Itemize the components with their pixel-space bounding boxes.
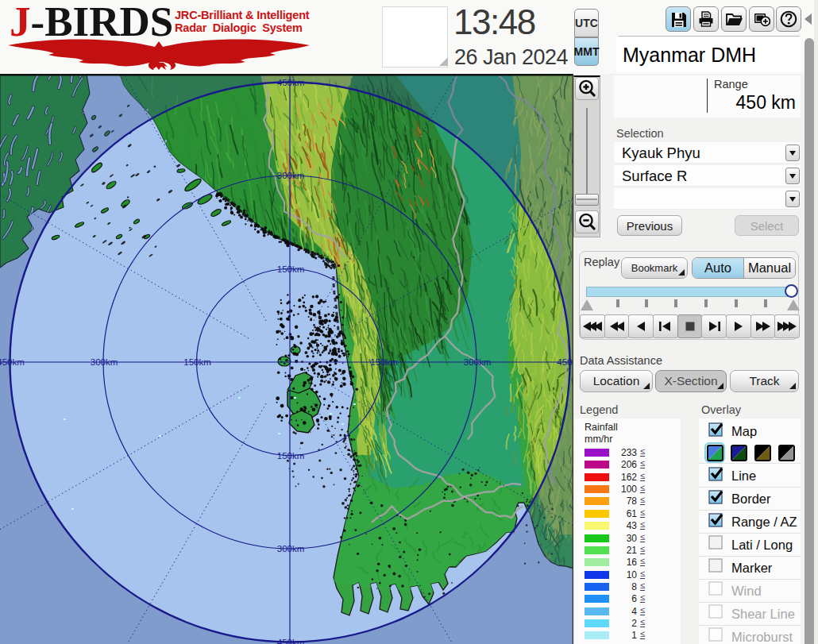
svg-text:300km: 300km	[91, 357, 118, 367]
svg-text:150km: 150km	[370, 357, 398, 367]
svg-text:300km: 300km	[277, 171, 305, 180]
svg-text:150km: 150km	[277, 451, 305, 461]
svg-text:450km: 450km	[557, 357, 573, 367]
svg-text:450km: 450km	[277, 78, 305, 87]
svg-text:150km: 150km	[183, 357, 211, 367]
svg-text:150km: 150km	[277, 264, 305, 274]
svg-text:450km: 450km	[277, 638, 305, 644]
svg-text:300km: 300km	[277, 544, 305, 553]
svg-text:450km: 450km	[0, 357, 25, 367]
svg-text:300km: 300km	[464, 357, 492, 367]
